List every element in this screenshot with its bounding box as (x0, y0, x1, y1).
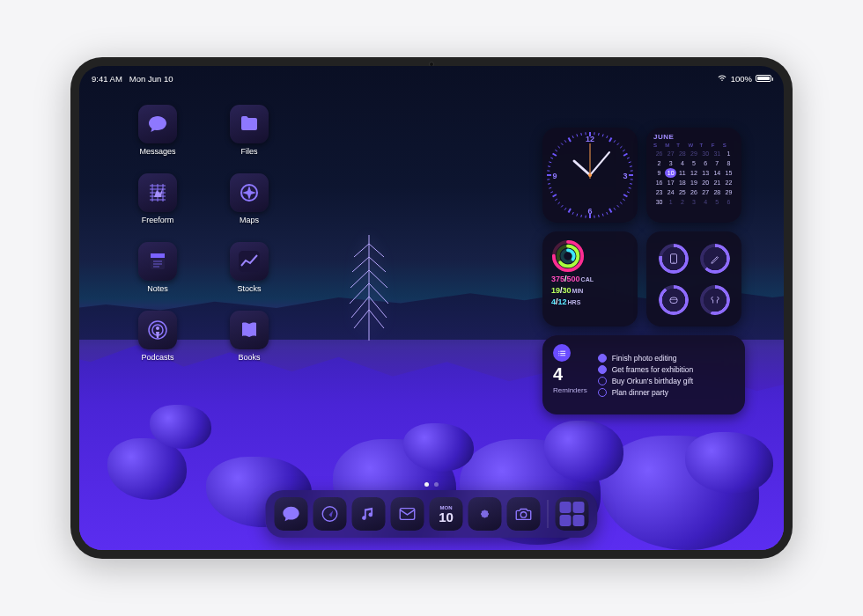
svg-line-51 (599, 215, 600, 217)
podcasts-icon (138, 311, 177, 349)
dock: MON 10 (266, 490, 598, 538)
reminder-checkbox-icon[interactable] (598, 365, 607, 374)
batteries-widget[interactable] (646, 231, 741, 326)
reminder-item[interactable]: Buy Orkun's birthday gift (598, 377, 734, 385)
reminder-text: Buy Orkun's birthday gift (612, 377, 693, 385)
svg-line-78 (569, 138, 572, 142)
battery-pencil (700, 244, 730, 274)
svg-line-59 (564, 208, 566, 209)
wifi-icon (717, 74, 727, 84)
svg-line-76 (561, 143, 563, 145)
svg-line-58 (569, 209, 572, 212)
svg-point-22 (156, 326, 159, 330)
dock-camera[interactable] (507, 497, 541, 531)
svg-line-43 (623, 194, 627, 197)
svg-line-4 (369, 257, 386, 272)
svg-point-101 (558, 352, 559, 353)
reminder-checkbox-icon[interactable] (598, 388, 607, 397)
svg-rect-15 (151, 253, 165, 258)
svg-line-46 (617, 205, 619, 207)
reminder-item[interactable]: Plan dinner party (598, 388, 734, 397)
dock-cal-day: 10 (439, 510, 454, 524)
app-label: Messages (139, 147, 175, 156)
reminder-item[interactable]: Get frames for exhibition (598, 365, 734, 374)
svg-line-30 (617, 143, 619, 145)
app-freeform[interactable]: Freeform (118, 173, 197, 224)
dock-mail[interactable] (391, 497, 424, 531)
reminders-count: 4 (553, 365, 563, 383)
svg-line-8 (369, 283, 388, 304)
battery-percent: 100% (731, 74, 752, 84)
dock-messages[interactable] (275, 497, 308, 531)
dock-calendar[interactable]: MON 10 (430, 497, 463, 531)
svg-line-50 (602, 214, 603, 216)
svg-line-32 (623, 150, 624, 151)
dock-safari[interactable] (313, 497, 347, 531)
svg-rect-104 (400, 509, 415, 520)
svg-line-26 (602, 134, 603, 136)
reminder-checkbox-icon[interactable] (598, 354, 607, 363)
home-screen[interactable]: 9:41 AM Mon Jun 10 100% Messages Files F… (79, 66, 784, 550)
svg-line-28 (609, 138, 612, 142)
svg-point-100 (558, 350, 559, 351)
battery-icon (756, 75, 771, 82)
app-label: Stocks (237, 284, 261, 293)
svg-line-74 (555, 150, 557, 151)
wallpaper-tree (347, 226, 391, 341)
reminders-title: Reminders (553, 386, 587, 394)
calendar-widget[interactable]: JUNE SMTWTFS 262728293031123456789101112… (646, 128, 741, 223)
dock-divider (548, 500, 549, 528)
reminder-text: Get frames for exhibition (612, 365, 694, 374)
svg-line-73 (553, 154, 557, 157)
app-label: Books (238, 353, 260, 362)
dock-music[interactable] (352, 497, 386, 531)
notes-icon (138, 242, 177, 281)
page-dot-2 (434, 482, 439, 487)
activity-metrics: 375/500CAL 19/30MIN 4/12HRS (551, 274, 629, 308)
svg-line-57 (572, 212, 573, 215)
svg-line-75 (558, 146, 560, 148)
svg-line-61 (558, 202, 560, 204)
svg-line-48 (609, 209, 612, 212)
app-stocks[interactable]: Stocks (210, 242, 289, 293)
clock-12: 12 (586, 135, 594, 143)
svg-line-66 (548, 184, 550, 185)
app-notes[interactable]: Notes (118, 242, 197, 293)
app-label: Podcasts (141, 353, 173, 362)
app-books[interactable]: Books (210, 311, 289, 362)
dock-app-library[interactable] (556, 497, 589, 531)
svg-line-55 (581, 215, 582, 217)
svg-line-7 (350, 283, 369, 304)
svg-line-9 (351, 297, 369, 318)
status-date: Mon Jun 10 (129, 74, 173, 84)
svg-line-34 (627, 158, 630, 158)
files-icon (230, 105, 269, 143)
reminders-widget[interactable]: 4 Reminders Finish photo editingGet fram… (542, 335, 745, 414)
app-podcasts[interactable]: Podcasts (118, 311, 197, 362)
app-messages[interactable]: Messages (118, 105, 197, 156)
svg-line-71 (549, 162, 551, 163)
svg-line-36 (630, 166, 632, 167)
page-indicator[interactable] (424, 482, 439, 487)
svg-rect-95 (669, 297, 676, 303)
activity-widget[interactable]: 375/500CAL 19/30MIN 4/12HRS (542, 231, 638, 326)
svg-line-49 (607, 212, 608, 215)
app-files[interactable]: Files (210, 105, 289, 156)
app-label: Files (240, 147, 257, 156)
svg-line-2 (369, 244, 384, 257)
svg-point-109 (520, 512, 526, 517)
reminder-checkbox-icon[interactable] (598, 377, 607, 385)
svg-line-44 (623, 199, 624, 201)
messages-icon (138, 105, 177, 143)
svg-line-83 (574, 161, 590, 175)
svg-line-31 (620, 146, 622, 148)
svg-line-27 (607, 136, 608, 138)
svg-line-63 (553, 194, 557, 197)
dock-photos[interactable] (468, 497, 502, 531)
reminder-item[interactable]: Finish photo editing (598, 354, 734, 363)
clock-9: 9 (552, 172, 557, 180)
clock-widget[interactable]: 12 3 6 9 (542, 128, 638, 223)
app-maps[interactable]: Maps (210, 173, 289, 224)
svg-line-29 (614, 140, 616, 142)
clock-6: 6 (587, 207, 592, 216)
